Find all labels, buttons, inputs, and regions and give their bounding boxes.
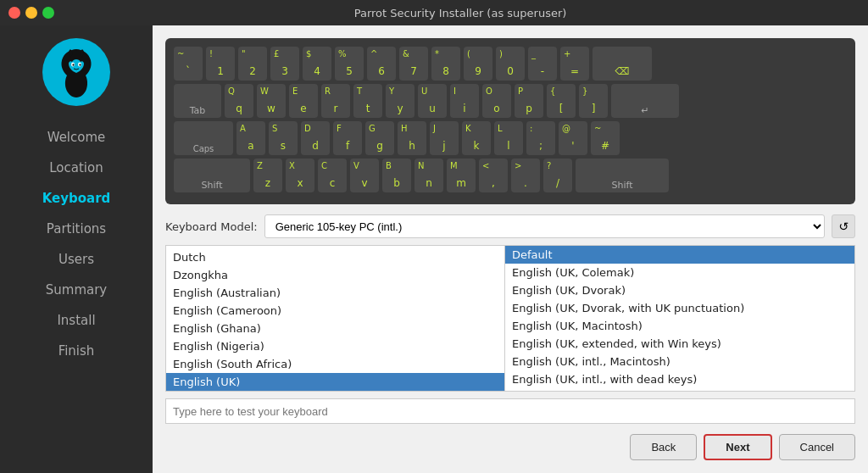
- kb-key-slash[interactable]: ?/: [543, 159, 572, 192]
- kb-key-0[interactable]: )0: [496, 47, 525, 81]
- maximize-button[interactable]: [42, 7, 54, 19]
- kb-key-backspace[interactable]: ⌫: [593, 47, 652, 81]
- sidebar-item-install[interactable]: Install: [0, 306, 153, 335]
- list-item[interactable]: English (UK, extended, with Win keys): [505, 335, 854, 353]
- kb-key-r[interactable]: Rr: [321, 84, 350, 118]
- language-list-panel: CzechDanishDhivehiDutchDzongkhaEnglish (…: [166, 246, 505, 391]
- kb-key-shift-left[interactable]: Shift: [174, 159, 250, 192]
- kb-key-g[interactable]: Gg: [365, 121, 394, 155]
- sidebar-item-keyboard[interactable]: Keyboard: [0, 184, 153, 213]
- refresh-button[interactable]: ↺: [832, 214, 855, 238]
- kb-key-enter[interactable]: ↵: [611, 84, 679, 118]
- list-item[interactable]: English (UK, intl., Macintosh): [505, 353, 854, 370]
- keyboard-row-2: Tab Qq Ww Ee Rr Tt Yy Uu Ii Oo Pp {[ }] …: [174, 84, 847, 118]
- kb-key-9[interactable]: (9: [464, 47, 492, 81]
- kb-key-2[interactable]: "2: [238, 47, 267, 81]
- kb-key-quote[interactable]: @': [559, 121, 587, 155]
- window-controls[interactable]: [8, 7, 54, 19]
- kb-key-hash[interactable]: ~#: [591, 121, 620, 155]
- list-item[interactable]: English (UK, Dvorak, with UK punctuation…: [505, 299, 854, 317]
- kb-key-t[interactable]: Tt: [353, 84, 382, 118]
- kb-key-h[interactable]: Hh: [398, 121, 426, 155]
- kb-key-o[interactable]: Oo: [482, 84, 511, 118]
- list-item[interactable]: Dzongkha: [166, 266, 504, 284]
- kb-key-n[interactable]: Nn: [415, 159, 443, 192]
- kb-key-s[interactable]: Ss: [269, 121, 298, 155]
- keyboard-test-input[interactable]: [165, 398, 855, 424]
- kb-key-q[interactable]: Qq: [225, 84, 253, 118]
- list-item[interactable]: English (UK, Colemak): [505, 264, 854, 281]
- kb-key-comma[interactable]: <,: [479, 159, 508, 192]
- sidebar: Welcome Location Keyboard Partitions Use…: [0, 25, 153, 473]
- kb-key-f[interactable]: Ff: [333, 121, 362, 155]
- kb-key-k[interactable]: Kk: [462, 121, 491, 155]
- keyboard-row-3: Caps Aa Ss Dd Ff Gg Hh Jj Kk Ll :; @' ~#: [174, 121, 847, 155]
- list-item[interactable]: Dutch: [166, 248, 504, 266]
- list-item[interactable]: Default: [505, 246, 854, 264]
- list-item[interactable]: English (UK, Macintosh): [505, 317, 854, 335]
- kb-key-l[interactable]: Ll: [494, 121, 523, 155]
- list-item[interactable]: English (Australian): [166, 284, 504, 302]
- sidebar-item-partitions[interactable]: Partitions: [0, 214, 153, 243]
- kb-key-b[interactable]: Bb: [382, 159, 411, 192]
- kb-key-4[interactable]: $4: [303, 47, 331, 81]
- kb-key-x[interactable]: Xx: [286, 159, 314, 192]
- minimize-button[interactable]: [25, 7, 37, 19]
- kb-key-j[interactable]: Jj: [430, 121, 459, 155]
- kb-key-rbracket[interactable]: }]: [579, 84, 608, 118]
- list-item[interactable]: English (South Africa): [166, 355, 504, 373]
- keyboard-lists: CzechDanishDhivehiDutchDzongkhaEnglish (…: [165, 245, 855, 392]
- kb-key-caps[interactable]: Caps: [174, 121, 233, 155]
- sidebar-item-finish[interactable]: Finish: [0, 337, 153, 365]
- kb-key-backtick[interactable]: ~`: [174, 47, 203, 81]
- kb-key-w[interactable]: Ww: [257, 84, 286, 118]
- language-list[interactable]: CzechDanishDhivehiDutchDzongkhaEnglish (…: [166, 246, 504, 391]
- kb-key-semicolon[interactable]: :;: [526, 121, 555, 155]
- kb-key-equals[interactable]: +=: [560, 47, 589, 81]
- kb-key-z[interactable]: Zz: [253, 159, 282, 192]
- kb-key-7[interactable]: &7: [399, 47, 428, 81]
- kb-key-tab[interactable]: Tab: [174, 84, 221, 118]
- kb-key-i[interactable]: Ii: [450, 84, 479, 118]
- bottom-buttons: Back Next Cancel: [165, 431, 855, 460]
- list-item[interactable]: English (Cameroon): [166, 302, 504, 320]
- keyboard-model-select[interactable]: Generic 105-key PC (intl.): [264, 214, 825, 238]
- sidebar-item-summary[interactable]: Summary: [0, 275, 153, 304]
- kb-key-period[interactable]: >.: [511, 159, 540, 192]
- title-bar: Parrot Security Installer (as superuser): [0, 0, 868, 25]
- list-item[interactable]: English (Nigeria): [166, 337, 504, 355]
- kb-key-e[interactable]: Ee: [289, 84, 318, 118]
- kb-key-shift-right[interactable]: Shift: [576, 159, 669, 192]
- list-item[interactable]: English (UK): [166, 373, 504, 391]
- back-button[interactable]: Back: [630, 434, 697, 460]
- kb-key-p[interactable]: Pp: [515, 84, 543, 118]
- kb-key-5[interactable]: %5: [335, 47, 364, 81]
- kb-key-a[interactable]: Aa: [236, 121, 265, 155]
- sidebar-item-welcome[interactable]: Welcome: [0, 123, 153, 152]
- kb-key-u[interactable]: Uu: [418, 84, 447, 118]
- kb-key-1[interactable]: !1: [206, 47, 235, 81]
- kb-key-8[interactable]: *8: [431, 47, 460, 81]
- cancel-button[interactable]: Cancel: [779, 434, 855, 460]
- kb-key-d[interactable]: Dd: [301, 121, 330, 155]
- sidebar-item-users[interactable]: Users: [0, 245, 153, 274]
- list-item[interactable]: English (Ghana): [166, 320, 504, 337]
- kb-key-y[interactable]: Yy: [386, 84, 415, 118]
- close-button[interactable]: [8, 7, 20, 19]
- list-item[interactable]: Polish (British keyboard): [505, 388, 854, 391]
- next-button[interactable]: Next: [704, 434, 771, 460]
- svg-point-2: [72, 64, 74, 65]
- sidebar-item-location[interactable]: Location: [0, 153, 153, 182]
- kb-key-6[interactable]: ^6: [367, 47, 396, 81]
- variant-list[interactable]: DefaultEnglish (UK, Colemak)English (UK,…: [505, 246, 854, 391]
- list-item[interactable]: English (UK, Dvorak): [505, 281, 854, 299]
- keyboard-row-4: Shift Zz Xx Cc Vv Bb Nn Mm <, >. ?/ Shif…: [174, 159, 847, 192]
- kb-key-v[interactable]: Vv: [350, 159, 379, 192]
- kb-key-3[interactable]: £3: [270, 47, 299, 81]
- kb-key-c[interactable]: Cc: [318, 159, 347, 192]
- kb-key-m[interactable]: Mm: [447, 159, 476, 192]
- kb-key-lbracket[interactable]: {[: [547, 84, 576, 118]
- list-item[interactable]: English (UK, intl., with dead keys): [505, 370, 854, 388]
- keyboard-row-1: ~` !1 "2 £3 $4 %5 ^6 &7 *8 (9 )0 _- += ⌫: [174, 47, 847, 81]
- kb-key-minus[interactable]: _-: [528, 47, 557, 81]
